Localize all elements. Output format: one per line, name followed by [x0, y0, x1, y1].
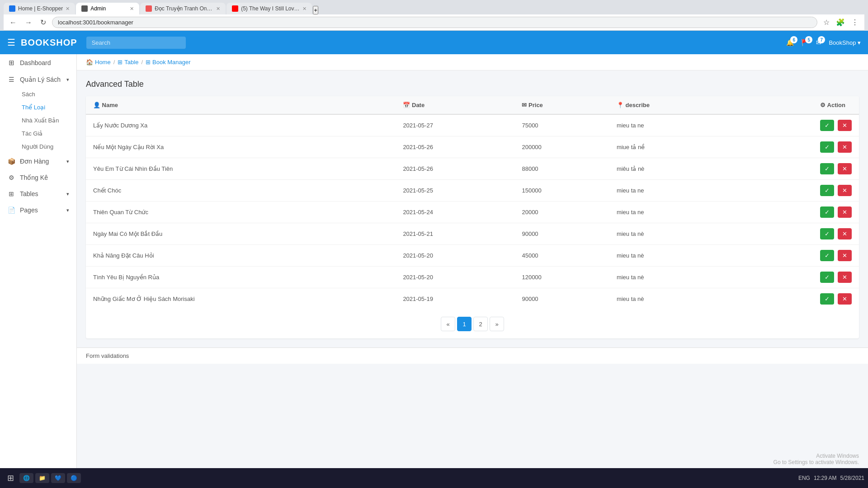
cell-name: Khả Năng Đặt Câu Hỏi: [86, 245, 396, 267]
breadcrumb-home[interactable]: 🏠 Home: [86, 59, 111, 66]
sidebar-section-tables[interactable]: ⊞ Tables ▾: [0, 186, 76, 202]
taskbar-app-vscode[interactable]: 💙: [51, 473, 65, 483]
pagination-next[interactable]: »: [490, 317, 504, 331]
bookmark-icon[interactable]: ☆: [821, 17, 832, 28]
cell-describe: miue tả nề: [609, 136, 736, 158]
edit-button[interactable]: ✓: [820, 141, 834, 153]
tab-close-eshopper[interactable]: ✕: [66, 6, 70, 12]
msg-icon-wrapper[interactable]: ✉ 7: [816, 39, 821, 46]
taskbar-app-edge[interactable]: 🌐: [19, 473, 33, 483]
breadcrumb-current-label: Book Manager: [152, 59, 191, 66]
extensions-icon[interactable]: 🧩: [834, 17, 847, 28]
breadcrumb-table[interactable]: ⊞ Table: [118, 59, 138, 66]
cell-date: 2021-05-26: [396, 136, 514, 158]
sidebar-section-tables-label: Tables: [20, 190, 38, 197]
delete-button[interactable]: ✕: [838, 141, 852, 153]
edit-button[interactable]: ✓: [820, 250, 834, 261]
tab-manga[interactable]: Đọc Truyện Tranh Online | Truyện... ✕: [140, 3, 226, 14]
sidebar-item-nguoidung[interactable]: Người Dùng: [14, 140, 76, 153]
cell-action: ✓ ✕: [736, 267, 859, 288]
cell-describe: mieu ta nè: [609, 245, 736, 267]
main-area: ⊞ Dashboard ☰ Quản Lý Sách ▾ Sách Thể Lo…: [0, 54, 868, 483]
pagination-page-2[interactable]: 2: [473, 317, 488, 331]
cell-action: ✓ ✕: [736, 114, 859, 136]
cell-price: 90000: [514, 288, 609, 310]
reload-button[interactable]: ↻: [38, 17, 48, 28]
cell-action: ✓ ✕: [736, 136, 859, 158]
start-button[interactable]: ⊞: [4, 471, 18, 483]
tab-eshopper[interactable]: Home | E-Shopper ✕: [4, 3, 75, 14]
cell-price: 120000: [514, 267, 609, 288]
sidebar-section-quanly[interactable]: ☰ Quản Lý Sách ▾: [0, 71, 76, 88]
new-tab-button[interactable]: +: [313, 6, 318, 14]
sidebar-item-sach[interactable]: Sách: [14, 88, 76, 101]
pagination: « 1 2 »: [86, 310, 859, 338]
sidebar-section-thongke[interactable]: ⚙ Thống Kê: [0, 169, 76, 186]
vscode-icon: 💙: [55, 475, 61, 481]
breadcrumb: 🏠 Home / ⊞ Table / ⊞ Book Manager: [77, 54, 868, 70]
sidebar-item-tacgia[interactable]: Tác Giả: [14, 127, 76, 140]
delete-button[interactable]: ✕: [838, 185, 852, 196]
tab-close-manga[interactable]: ✕: [216, 6, 220, 12]
pages-icon: 📄: [7, 206, 15, 214]
browser-toolbar: ← → ↻ ☆ 🧩 ⋮: [4, 14, 864, 31]
delete-button[interactable]: ✕: [838, 120, 852, 131]
pagination-prev[interactable]: «: [441, 317, 455, 331]
edit-button[interactable]: ✓: [820, 206, 834, 218]
pagination-page-1[interactable]: 1: [457, 317, 472, 331]
cell-price: 200000: [514, 136, 609, 158]
taskbar-app-explorer[interactable]: 📁: [35, 473, 49, 483]
tab-label-eshopper: Home | E-Shopper: [18, 5, 63, 12]
hamburger-icon[interactable]: ☰: [7, 37, 15, 48]
delete-button[interactable]: ✕: [838, 250, 852, 261]
cell-name: Yêu Em Từ Cái Nhìn Đầu Tiên: [86, 158, 396, 180]
tab-close-admin[interactable]: ✕: [130, 6, 134, 12]
tab-youtube[interactable]: (5) The Way I Still Love You... ✕: [226, 3, 312, 14]
cell-date: 2021-05-21: [396, 223, 514, 245]
cell-name: Ngày Mai Có Một Bắt Đầu: [86, 223, 396, 245]
edit-button[interactable]: ✓: [820, 228, 834, 239]
col-header-price: ✉ Price: [514, 96, 609, 114]
sidebar-section-donhang[interactable]: 📦 Đơn Hàng ▾: [0, 153, 76, 169]
tab-close-youtube[interactable]: ✕: [302, 6, 307, 12]
delete-button[interactable]: ✕: [838, 293, 852, 305]
breadcrumb-sep-1: /: [113, 59, 115, 66]
search-input[interactable]: [86, 37, 186, 49]
sidebar-item-nhaxuatban[interactable]: Nhà Xuất Bản: [14, 114, 76, 127]
top-nav-right: 🔔 6 🚩 5 ✉ 7 BookShop ▾: [786, 39, 861, 46]
menu-icon[interactable]: ⋮: [849, 17, 861, 28]
cell-date: 2021-05-24: [396, 202, 514, 223]
edit-button[interactable]: ✓: [820, 120, 834, 131]
name-icon: 👤: [93, 102, 100, 108]
forward-button[interactable]: →: [23, 18, 34, 28]
form-validations-label: Form validations: [86, 352, 129, 359]
sidebar-item-dashboard[interactable]: ⊞ Dashboard: [0, 54, 76, 71]
flag-icon-wrapper[interactable]: 🚩 5: [801, 39, 809, 46]
table-header-row: 👤 Name 📅 Date ✉ Price 📍 describe: [86, 96, 859, 114]
taskbar-app-chrome[interactable]: 🔵: [67, 473, 81, 483]
cell-name: Nếu Một Ngày Cậu Rời Xa: [86, 136, 396, 158]
tab-label-youtube: (5) The Way I Still Love You...: [241, 5, 300, 12]
sidebar-section-pages[interactable]: 📄 Pages ▾: [0, 202, 76, 218]
sidebar-item-theloai[interactable]: Thể Loại: [14, 101, 76, 114]
bell-icon-wrapper[interactable]: 🔔 6: [786, 39, 794, 46]
brand-logo: BOOKSHOP: [21, 38, 77, 48]
back-button[interactable]: ←: [7, 18, 19, 28]
chevron-donhang-icon: ▾: [66, 159, 69, 164]
tab-admin[interactable]: Admin ✕: [76, 3, 139, 14]
cell-name: Lấy Nước Dương Xa: [86, 114, 396, 136]
taskbar-lang: ENG: [798, 475, 810, 481]
delete-button[interactable]: ✕: [838, 272, 852, 283]
address-bar[interactable]: [52, 17, 817, 28]
user-menu-button[interactable]: BookShop ▾: [829, 39, 861, 46]
sidebar-section-donhang-label: Đơn Hàng: [20, 158, 49, 165]
delete-button[interactable]: ✕: [838, 163, 852, 174]
edit-button[interactable]: ✓: [820, 272, 834, 283]
delete-button[interactable]: ✕: [838, 228, 852, 239]
edit-button[interactable]: ✓: [820, 293, 834, 305]
edit-button[interactable]: ✓: [820, 185, 834, 196]
edit-button[interactable]: ✓: [820, 163, 834, 174]
cell-describe: mieu ta nè: [609, 223, 736, 245]
delete-button[interactable]: ✕: [838, 206, 852, 218]
dashboard-icon: ⊞: [7, 59, 15, 67]
